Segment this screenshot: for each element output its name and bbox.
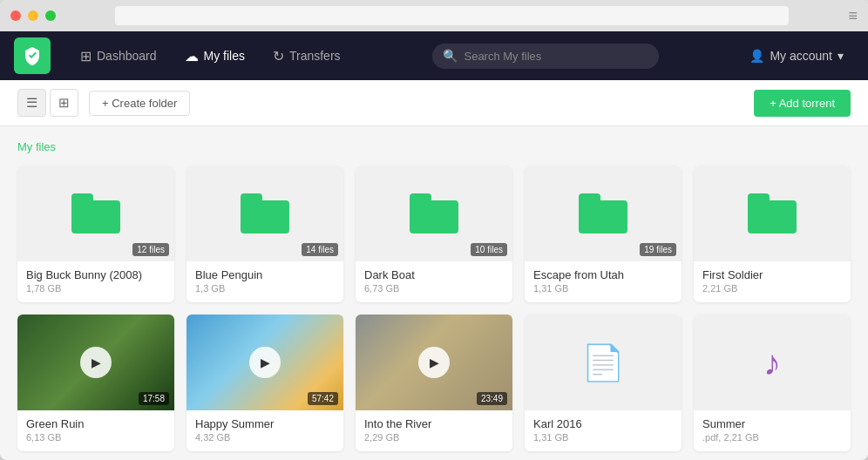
close-dot[interactable] [10, 10, 21, 21]
video-thumb: ▶ 17:58 [17, 315, 174, 410]
file-card-green-ruin[interactable]: ▶ 17:58 Green Ruin 6,13 GB [17, 315, 174, 451]
file-size: 4,32 GB [195, 432, 335, 443]
breadcrumb[interactable]: My files [17, 140, 851, 153]
files-grid: 12 files Big Buck Bunny (2008) 1,78 GB 1… [17, 166, 851, 451]
maximize-dot[interactable] [45, 10, 56, 21]
folder-name: Escape from Utah [533, 268, 673, 281]
nav-my-files[interactable]: ☁ My files [173, 41, 257, 71]
nav-links: ⊞ Dashboard ☁ My files ↻ Transfers [68, 41, 353, 71]
folder-size: 2,21 GB [702, 283, 842, 294]
file-size: 2,29 GB [364, 432, 504, 443]
folder-info: First Soldier 2,21 GB [694, 261, 851, 302]
video-thumb: ▶ 23:49 [356, 315, 512, 410]
file-name: Karl 2016 [533, 417, 673, 430]
logo-icon [22, 45, 43, 66]
file-count-badge: 10 files [471, 243, 507, 256]
file-card-karl-2016[interactable]: 📄 Karl 2016 1,31 GB [525, 315, 682, 451]
folder-size: 6,73 GB [364, 283, 504, 294]
minimize-dot[interactable] [28, 10, 38, 21]
app-logo[interactable] [14, 37, 51, 74]
duration-badge: 17:58 [139, 392, 169, 405]
folder-card-blue-penguin[interactable]: 14 files Blue Penguin 1,3 GB [186, 166, 343, 302]
refresh-icon: ↻ [273, 48, 284, 64]
file-count-badge: 19 files [640, 243, 676, 256]
folder-size: 1,78 GB [26, 283, 166, 294]
folder-thumb: 19 files [525, 166, 682, 261]
folder-thumb: 10 files [356, 166, 512, 261]
folder-size: 1,3 GB [195, 283, 335, 294]
folder-icon [579, 193, 627, 233]
nav-transfers[interactable]: ↻ Transfers [261, 41, 353, 71]
folder-info: Big Buck Bunny (2008) 1,78 GB [17, 261, 174, 302]
folder-icon [241, 193, 289, 233]
cloud-icon: ☁ [185, 48, 199, 64]
folder-icon [71, 193, 120, 233]
search-input[interactable] [432, 44, 659, 69]
folder-thumb: 14 files [186, 166, 343, 261]
file-card-summer[interactable]: ♪ Summer .pdf, 2,21 GB [694, 315, 851, 451]
folder-card-dark-boat[interactable]: 10 files Dark Boat 6,73 GB [356, 166, 512, 302]
folder-name: Blue Penguin [195, 268, 335, 281]
folder-card-big-buck-bunny[interactable]: 12 files Big Buck Bunny (2008) 1,78 GB [17, 166, 174, 302]
folder-icon [748, 193, 797, 233]
file-size: .pdf, 2,21 GB [702, 432, 842, 443]
toolbar: ☰ ⊞ + Create folder + Add torrent [0, 80, 868, 126]
create-folder-button[interactable]: + Create folder [89, 91, 190, 116]
folder-info: Escape from Utah 1,31 GB [525, 261, 682, 302]
browser-menu-icon[interactable]: ≡ [848, 7, 858, 25]
file-count-badge: 12 files [132, 243, 169, 256]
nav-search-area: 🔍 [353, 44, 740, 69]
video-thumb: ▶ 57:42 [186, 315, 343, 410]
file-size: 6,13 GB [26, 432, 166, 443]
add-torrent-button[interactable]: + Add torrent [754, 90, 851, 117]
file-info: Happy Summer 4,32 GB [186, 410, 343, 451]
folder-name: Big Buck Bunny (2008) [26, 268, 166, 281]
folder-info: Blue Penguin 1,3 GB [186, 261, 343, 302]
account-person-icon: 👤 [749, 49, 764, 63]
file-name: Into the River [364, 417, 504, 430]
file-card-into-the-river[interactable]: ▶ 23:49 Into the River 2,29 GB [356, 315, 512, 451]
play-button[interactable]: ▶ [249, 347, 281, 378]
browser-chrome: ≡ [0, 0, 868, 31]
file-info: Into the River 2,29 GB [356, 410, 512, 451]
music-thumb: ♪ [694, 315, 851, 410]
nav-my-files-label: My files [204, 49, 245, 63]
file-info: Karl 2016 1,31 GB [525, 410, 682, 451]
duration-badge: 23:49 [477, 392, 507, 405]
document-icon: 📄 [581, 342, 625, 383]
folder-name: Dark Boat [364, 268, 504, 281]
app: ⊞ Dashboard ☁ My files ↻ Transfers 🔍 [0, 31, 868, 460]
browser-window: ≡ ⊞ Dashboard ☁ My files ↻ [0, 0, 868, 460]
account-menu[interactable]: 👤 My account ▾ [739, 42, 854, 70]
account-label: My account [770, 49, 832, 63]
folder-thumb [694, 166, 851, 261]
file-card-happy-summer[interactable]: ▶ 57:42 Happy Summer 4,32 GB [186, 315, 343, 451]
play-button[interactable]: ▶ [80, 347, 112, 378]
nav-dashboard-label: Dashboard [97, 49, 157, 63]
folder-thumb: 12 files [17, 166, 174, 261]
folder-name: First Soldier [702, 268, 842, 281]
grid-view-button[interactable]: ⊞ [50, 89, 78, 117]
folder-card-first-soldier[interactable]: First Soldier 2,21 GB [694, 166, 851, 302]
view-toggle: ☰ ⊞ [17, 89, 78, 117]
file-name: Happy Summer [195, 417, 335, 430]
search-icon: 🔍 [443, 49, 458, 63]
folder-size: 1,31 GB [533, 283, 673, 294]
account-chevron-icon: ▾ [837, 49, 844, 63]
play-button[interactable]: ▶ [418, 347, 450, 378]
file-info: Green Ruin 6,13 GB [17, 410, 174, 451]
list-view-button[interactable]: ☰ [17, 89, 46, 117]
url-bar[interactable] [115, 6, 789, 25]
folder-icon [410, 193, 458, 233]
file-info: Summer .pdf, 2,21 GB [694, 410, 851, 451]
content-area: My files 12 files Big Buck Bunny (2008) … [0, 126, 868, 460]
music-icon: ♪ [763, 343, 781, 382]
file-count-badge: 14 files [302, 243, 338, 256]
nav-transfers-label: Transfers [289, 49, 341, 63]
navbar: ⊞ Dashboard ☁ My files ↻ Transfers 🔍 [0, 31, 868, 80]
nav-dashboard[interactable]: ⊞ Dashboard [68, 41, 169, 71]
file-name: Summer [702, 417, 842, 430]
dashboard-icon: ⊞ [80, 48, 92, 64]
search-wrapper: 🔍 [432, 44, 659, 69]
folder-card-escape-from-utah[interactable]: 19 files Escape from Utah 1,31 GB [525, 166, 682, 302]
